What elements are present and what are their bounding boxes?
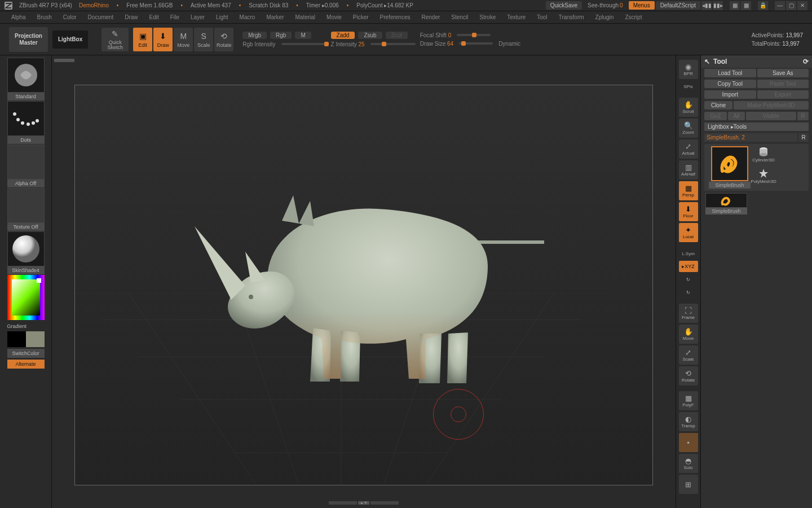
see-through-value[interactable]: 0 [620, 2, 623, 8]
color-swatches[interactable] [7, 331, 45, 347]
menu-preferences[interactable]: Preferences [374, 12, 416, 22]
solo-button[interactable]: ◓Solo [679, 454, 698, 473]
xyz-button[interactable]: ▸XYZ [679, 261, 698, 272]
stroke-thumbnail[interactable]: Dots [7, 101, 45, 144]
tool-subitem[interactable]: SimpleBrush [705, 193, 747, 214]
bottom-handle[interactable]: ▲▼ [329, 501, 399, 505]
goz-button[interactable]: GoZ [704, 112, 727, 120]
zsub-toggle[interactable]: Zsub [358, 32, 382, 39]
cycle1-icon[interactable]: ↻ [679, 274, 698, 285]
rgb-toggle[interactable]: Rgb [270, 32, 292, 39]
tool-item-polymesh3d[interactable]: PolyMesh3D [753, 168, 774, 187]
focal-shift-slider[interactable] [457, 34, 491, 36]
tool-item-simplebrush[interactable]: SimpleBrush [709, 146, 751, 189]
copy-tool-button[interactable]: Copy Tool [704, 80, 756, 88]
default-zscript-button[interactable]: DefaultZScript [656, 1, 700, 10]
menu-alpha[interactable]: Alpha [6, 12, 32, 22]
aahalf-button[interactable]: ▥AAHalf [679, 160, 698, 179]
m-toggle[interactable]: M [295, 32, 311, 39]
lightbox-button[interactable]: LightBox [52, 30, 88, 49]
local-button[interactable]: ✦Local [679, 223, 698, 242]
dynamic-label[interactable]: Dynamic [498, 41, 520, 47]
menu-color[interactable]: Color [58, 12, 82, 22]
draw-mode-button[interactable]: ⬇Draw [153, 28, 173, 51]
persp-button[interactable]: ▦Persp [679, 181, 698, 200]
menu-zplugin[interactable]: Zplugin [590, 12, 620, 22]
lsym-button[interactable]: L.Sym [679, 248, 698, 259]
move-view-button[interactable]: ✋Move [679, 325, 698, 344]
rgb-intensity-slider[interactable] [281, 43, 326, 45]
texture-thumbnail[interactable]: Texture Off [7, 188, 45, 231]
menu-document[interactable]: Document [82, 12, 120, 22]
menu-texture[interactable]: Texture [501, 12, 531, 22]
color-picker[interactable] [7, 275, 45, 320]
menu-zscript[interactable]: Zscript [619, 12, 647, 22]
tool-r-button[interactable]: R [798, 133, 809, 142]
menu-light[interactable]: Light [210, 12, 234, 22]
rotate-view-button[interactable]: ⟲Rotate [679, 366, 698, 386]
menu-macro[interactable]: Macro [234, 12, 261, 22]
switch-color-button[interactable]: SwitchColor [7, 349, 45, 358]
menu-marker[interactable]: Marker [261, 12, 289, 22]
scale-mode-button[interactable]: SScale [194, 28, 213, 51]
menu-render[interactable]: Render [416, 12, 446, 22]
close-icon[interactable]: ✕ [797, 1, 807, 10]
zcut-toggle[interactable]: Zcut [386, 32, 408, 39]
menu-tool[interactable]: Tool [531, 12, 553, 22]
spix-label[interactable]: SPix [679, 81, 698, 92]
current-tool-name[interactable]: SimpleBrush. 2 [704, 133, 797, 142]
actual-button[interactable]: ⤢Actual [679, 139, 698, 159]
save-as-button[interactable]: Save As [757, 69, 809, 77]
menu-edit[interactable]: Edit [144, 12, 165, 22]
brush-thumbnail[interactable]: Standard [7, 58, 45, 100]
lock-icon[interactable]: 🔒 [758, 1, 768, 10]
quick-sketch-button[interactable]: ✎ Quick Sketch [102, 28, 129, 51]
tray-left-icon[interactable]: ◂▮▮ [701, 1, 712, 10]
floor-button[interactable]: ⬇Floor [679, 202, 698, 221]
cycle2-icon[interactable]: ↻ [679, 287, 698, 298]
projection-master-button[interactable]: Projection Master [9, 27, 48, 52]
transp-button[interactable]: ◐Transp [679, 412, 698, 431]
bpr-button[interactable]: ◉BPR [679, 60, 698, 79]
lightbox-tools-header[interactable]: Lightbox ▸Tools [704, 122, 809, 131]
goz-all-button[interactable]: All [728, 112, 745, 120]
mrgb-toggle[interactable]: Mrgb [242, 32, 267, 39]
rotate-mode-button[interactable]: ⟲Rotate [214, 28, 233, 51]
material-thumbnail[interactable]: SkinShade4 [7, 231, 45, 274]
polyf-button[interactable]: ▦PolyF [679, 391, 698, 410]
zadd-toggle[interactable]: Zadd [331, 32, 355, 39]
layout2-icon[interactable]: ▦ [741, 1, 751, 10]
alpha-thumbnail[interactable]: Alpha Off [7, 144, 45, 187]
menu-transform[interactable]: Transform [553, 12, 589, 22]
import-button[interactable]: Import [704, 90, 756, 99]
scroll-button[interactable]: ✋Scroll [679, 98, 698, 117]
menu-draw[interactable]: Draw [119, 12, 143, 22]
menu-stroke[interactable]: Stroke [474, 12, 501, 22]
menu-picker[interactable]: Picker [347, 12, 374, 22]
goz-r-button[interactable]: R [797, 112, 809, 120]
menu-movie[interactable]: Movie [321, 12, 347, 22]
zoom-button[interactable]: 🔍Zoom [679, 119, 698, 138]
menu-brush[interactable]: Brush [32, 12, 58, 22]
panel-pin-icon[interactable]: ↖ [704, 58, 710, 65]
goz-visible-button[interactable]: Visible [746, 112, 796, 120]
paste-tool-button[interactable]: Paste Tool [757, 80, 809, 88]
gradient-label[interactable]: Gradient [7, 322, 45, 331]
load-tool-button[interactable]: Load Tool [704, 69, 756, 77]
menu-file[interactable]: File [165, 12, 185, 22]
alternate-button[interactable]: Alternate [7, 360, 45, 369]
move-mode-button[interactable]: MMove [174, 28, 193, 51]
panel-expand-icon[interactable]: ⟳ [803, 58, 809, 65]
xpose-button[interactable]: ⊞ [679, 475, 698, 494]
maximize-icon[interactable]: ▢ [786, 1, 796, 10]
quicksave-button[interactable]: QuickSave [546, 1, 582, 10]
tool-item-cylinder3d[interactable]: Cylinder3D [753, 146, 774, 165]
frame-button[interactable]: ⛶Frame [679, 304, 698, 323]
document-handle[interactable] [54, 59, 74, 62]
layout1-icon[interactable]: ▦ [730, 1, 740, 10]
minimize-icon[interactable]: — [775, 1, 785, 10]
menus-toggle[interactable]: Menus [629, 1, 655, 10]
ghost-button[interactable]: • [679, 433, 698, 452]
make-polymesh-button[interactable]: Make PolyMesh3D [734, 101, 809, 110]
menu-layer[interactable]: Layer [185, 12, 210, 22]
